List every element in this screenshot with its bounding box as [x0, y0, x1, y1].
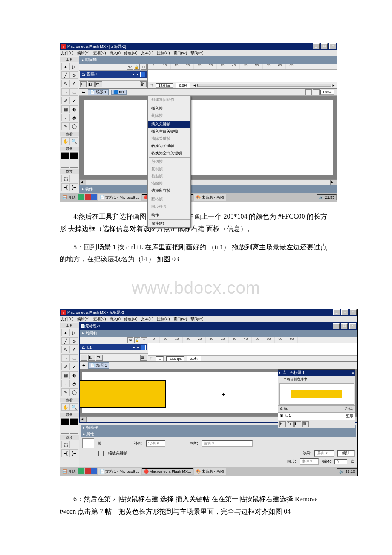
add-layer-icon[interactable]: +	[81, 355, 87, 361]
minimize-icon[interactable]: _	[333, 323, 340, 329]
menu-edit[interactable]: 编辑(E)	[77, 50, 90, 56]
oval-tool-icon[interactable]: ○	[61, 354, 70, 362]
ql-icon2[interactable]	[85, 468, 91, 474]
sync-select[interactable]: 事件 ▾	[300, 458, 319, 465]
lock-icon[interactable]: 🔒	[134, 64, 140, 70]
outline-icon[interactable]: □	[141, 337, 147, 343]
taskbar-item-paint[interactable]: 🎨 未命名 - 画图	[194, 194, 226, 201]
menu-text[interactable]: 文本(T)	[141, 50, 154, 56]
pen-tool-icon[interactable]: ✎	[61, 80, 70, 87]
swap-color-icon[interactable]	[61, 161, 69, 168]
ql-icon1[interactable]	[78, 194, 84, 200]
option3-icon[interactable]: +{	[61, 449, 70, 457]
swap-color-icon[interactable]	[61, 427, 69, 434]
properties-header[interactable]: 属性	[81, 431, 356, 437]
eyedropper-tool-icon[interactable]: ✎	[61, 122, 70, 130]
eyedropper-tool-icon[interactable]: ✎	[61, 388, 70, 396]
option3-icon[interactable]: +{	[61, 183, 70, 191]
frames-area-2[interactable]: 51015 202530 354045 505560 65 ⬚ 1 12.0 f	[148, 337, 357, 361]
option4-icon[interactable]: }+	[70, 183, 78, 191]
bucket-tool-icon[interactable]: ◓	[70, 380, 78, 387]
lib-delete-icon[interactable]: 🗑	[302, 421, 309, 427]
eye-icon[interactable]: 👁	[127, 337, 133, 343]
text-tool-icon[interactable]: A	[70, 80, 78, 87]
window-buttons[interactable]: _ □ ×	[312, 43, 336, 49]
zoom-value[interactable]: 100%	[320, 90, 334, 95]
layer-row[interactable]: 🗀 图层 1	[80, 71, 147, 78]
menu-insert[interactable]: 插入(I)	[110, 316, 121, 322]
menu-view[interactable]: 查看(V)	[93, 50, 106, 56]
brush-tool-icon[interactable]: ✔	[70, 363, 78, 370]
option1-icon[interactable]: ⬚	[61, 441, 70, 448]
symbol-crumb[interactable]: 🟦 tu1	[111, 90, 127, 95]
stroke-color-icon[interactable]	[61, 418, 69, 425]
system-tray[interactable]: 🔊 21:53	[317, 194, 337, 200]
option2-icon[interactable]	[70, 175, 78, 182]
edit-button[interactable]: 编辑	[337, 450, 355, 457]
fill-transform-icon[interactable]: ◐	[70, 371, 78, 379]
zoom-icon2[interactable]	[313, 89, 320, 95]
loop-input[interactable]: 0	[334, 459, 347, 464]
ql-icon3[interactable]	[91, 468, 97, 474]
add-layer-icon[interactable]: +	[80, 81, 87, 87]
transform-tool-icon[interactable]: ▦	[61, 105, 70, 113]
close-icon[interactable]: ×	[350, 309, 357, 315]
ink-tool-icon[interactable]: ⟋	[61, 380, 70, 387]
menubar-2[interactable]: 文件(F) 编辑(E) 查看(V) 插入(I) 修改(M) 文本(T) 控制(C…	[60, 316, 357, 322]
layer-row-b1[interactable]: 🗀 b1	[80, 344, 147, 350]
menu-control[interactable]: 控制(C)	[157, 316, 170, 322]
frames-area[interactable]: 51015 202530 354045 505560 65 ⬚ 12.0 fps…	[148, 64, 337, 88]
ql-icon2[interactable]	[85, 194, 91, 200]
fill-color-icon[interactable]	[70, 152, 78, 159]
ctx-insert-frame[interactable]: 插入帧	[148, 105, 190, 112]
menu-insert[interactable]: 插入(I)	[110, 50, 121, 56]
menubar[interactable]: 文件(F) 编辑(E) 查看(V) 插入(I) 修改(M) 文本(T) 控制(C…	[60, 50, 337, 56]
menu-modify[interactable]: 修改(M)	[124, 50, 138, 56]
ql-icon1[interactable]	[78, 468, 84, 474]
frame-scrollbar[interactable]	[193, 83, 335, 87]
scene-crumb[interactable]: 📄 场景 1	[88, 89, 109, 95]
menu-file[interactable]: 文件(F)	[61, 316, 74, 322]
start-button[interactable]: 🪟 开始	[61, 194, 78, 201]
close-icon[interactable]: ×	[329, 43, 336, 49]
eraser-tool-icon[interactable]: ◯	[70, 122, 78, 130]
menu-file[interactable]: 文件(F)	[61, 50, 74, 56]
tween-select[interactable]: 没有 ▾	[146, 440, 166, 447]
onion-icon[interactable]: ⬚	[150, 357, 153, 361]
menu-edit[interactable]: 编辑(E)	[77, 316, 90, 322]
text-tool-icon[interactable]: A	[70, 346, 78, 353]
oval-tool-icon[interactable]: ○	[61, 88, 70, 96]
lib-props-icon[interactable]: ℹ	[294, 421, 301, 427]
ql-icon3[interactable]	[91, 194, 97, 200]
lib-item[interactable]: ▣ tu1 图形	[278, 413, 355, 420]
menu-help[interactable]: 帮助(H)	[190, 316, 204, 322]
zoom-icon1[interactable]	[305, 89, 312, 95]
maximize-icon[interactable]: □	[321, 43, 328, 49]
zoom-tool-icon[interactable]: 🔍	[70, 137, 78, 145]
onion-icon[interactable]: ⬚	[150, 84, 153, 87]
menu-help[interactable]: 帮助(H)	[190, 50, 204, 56]
yellow-rectangle[interactable]: +	[80, 380, 166, 408]
fill-color-icon[interactable]	[70, 418, 78, 425]
no-color-icon[interactable]	[70, 161, 78, 168]
sound-select[interactable]: 没有 ▾	[202, 440, 253, 447]
h-scrollbar[interactable]: ◄►	[79, 179, 337, 185]
rect-tool-icon[interactable]: ▭	[70, 354, 78, 362]
bucket-tool-icon[interactable]: ◓	[70, 114, 78, 121]
hand-tool-icon[interactable]: ✋	[61, 403, 70, 411]
line-tool-icon[interactable]: ╱	[61, 71, 70, 79]
pencil-tool-icon[interactable]: ✐	[61, 363, 70, 370]
menu-control[interactable]: 控制(C)	[157, 50, 170, 56]
subselect-tool-icon[interactable]: ▷	[70, 329, 78, 336]
effect-select[interactable]: 没有 ▾	[314, 450, 334, 457]
stage[interactable]: + 创建补间动作 插入帧 删除帧 插入关键帧 插入空白关键帧 清除关键帧 转换为…	[79, 96, 337, 179]
no-color-icon[interactable]	[70, 427, 78, 434]
actions-panel-header[interactable]: 动作	[79, 185, 337, 193]
ctx-insert-keyframe[interactable]: 插入关键帧	[148, 121, 190, 128]
add-folder-icon[interactable]: 🗀	[95, 81, 102, 87]
add-guide-icon[interactable]: ◧	[88, 81, 95, 87]
ctx-select-all-frames[interactable]: 选择所有帧	[148, 187, 190, 194]
fill-transform-icon[interactable]: ◐	[70, 105, 78, 113]
stroke-color-icon[interactable]	[61, 152, 69, 159]
delete-layer-icon[interactable]: 🗑	[140, 81, 147, 87]
